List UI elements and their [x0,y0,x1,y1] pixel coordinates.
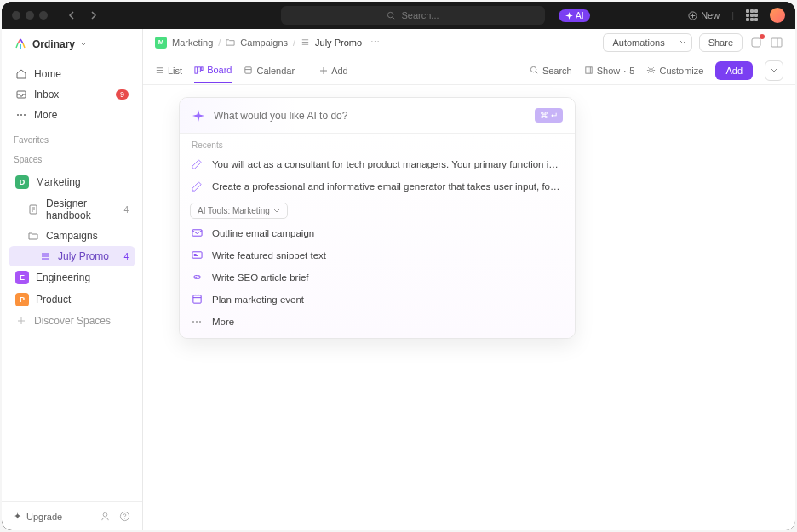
svg-rect-20 [193,295,201,303]
search-icon [387,11,396,20]
ai-tool-snippet[interactable]: Write featured snippet text [180,244,575,266]
plus-icon [319,66,328,75]
sidebar-label: Home [34,68,61,80]
space-engineering[interactable]: E Engineering [9,266,135,289]
folder-icon [226,37,235,47]
gear-icon [646,66,656,75]
upgrade-button[interactable]: Upgrade [26,512,62,522]
space-badge-icon: M [155,37,167,49]
more-icon [15,109,27,121]
sparkle-icon [565,12,573,20]
list-label: Designer handbook [46,197,117,221]
nav-forward[interactable] [85,8,100,23]
recent-prompt[interactable]: You will act as a consultant for tech pr… [180,153,575,175]
view-board[interactable]: Board [194,58,232,83]
show-columns[interactable]: Show · 5 [584,59,635,83]
add-view-label: Add [331,66,348,76]
magic-pen-icon [192,180,204,192]
space-marketing[interactable]: D Marketing [9,171,135,193]
breadcrumb-list[interactable]: July Promo [315,37,362,48]
ai-more[interactable]: ⋯ More [180,311,575,338]
discover-spaces[interactable]: Discover Spaces [9,311,135,331]
tool-label: Write SEO article brief [212,272,309,283]
space-badge: D [15,175,29,189]
home-icon [15,68,27,80]
sidebar: Ordinary Home Inbox 9 More [2,29,143,530]
automations-button[interactable]: Automations [603,33,673,52]
board-canvas: ⌘ ↵ Recents You will act as a consultant… [143,85,795,530]
spaces-header[interactable]: Spaces [2,148,142,168]
customize-view[interactable]: Customize [646,59,703,83]
svg-rect-16 [586,67,592,73]
user-avatar[interactable] [770,8,785,23]
board-view-icon [194,66,204,75]
sidebar-more[interactable]: More [9,105,135,125]
titlebar: Search... AI New | [2,2,795,29]
ai-tool-event[interactable]: Plan marketing event [180,289,575,311]
list-designer-handbook[interactable]: Designer handbook 4 [9,193,135,226]
breadcrumb-more-icon[interactable]: ⋯ [370,37,380,48]
automations-dropdown[interactable] [674,33,692,52]
show-label: Show [597,66,621,76]
upgrade-icon: ✦ [14,511,21,522]
collapse-icon[interactable] [770,36,783,49]
chevron-down-icon [771,67,777,74]
add-view[interactable]: Add [319,59,348,83]
svg-point-17 [650,69,653,72]
new-label: New [701,10,720,20]
tools-filter-label: AI Tools: Marketing [198,206,270,215]
svg-rect-14 [245,67,251,73]
ai-tool-outline-email[interactable]: Outline email campaign [180,222,575,244]
minimize-window[interactable] [26,11,34,20]
global-search[interactable]: Search... [281,6,545,25]
svg-rect-11 [195,66,198,72]
space-label: Engineering [36,272,90,283]
sidebar-inbox[interactable]: Inbox 9 [9,84,135,105]
tool-label: Plan marketing event [212,295,304,305]
recent-prompt[interactable]: Create a professional and informative em… [180,175,575,197]
search-icon [530,66,539,75]
view-calendar[interactable]: Calendar [244,59,295,83]
breadcrumb: M Marketing / Campaigns / July Promo ⋯ A… [143,29,795,56]
list-icon [39,250,51,262]
ai-prompt-input[interactable] [214,110,526,122]
add-task-button[interactable]: Add [715,61,753,80]
folder-campaigns[interactable]: Campaigns [9,226,135,246]
plus-circle-icon [688,11,697,20]
favorites-header[interactable]: Favorites [2,129,142,148]
list-july-promo[interactable]: July Promo 4 [9,246,135,266]
ai-badge[interactable]: AI [559,9,590,22]
space-badge: E [15,271,29,284]
list-icon [301,37,310,47]
keyboard-shortcut-badge: ⌘ ↵ [535,108,563,123]
search-label: Search [542,66,572,76]
view-list[interactable]: List [155,59,182,83]
search-tasks[interactable]: Search [530,59,572,83]
maximize-window[interactable] [39,11,48,20]
discover-label: Discover Spaces [34,315,111,327]
apps-icon[interactable] [746,9,758,21]
workspace-switcher[interactable]: Ordinary [2,29,142,60]
space-product[interactable]: P Product [9,289,135,311]
view-label: Board [207,65,232,75]
ai-command-panel: ⌘ ↵ Recents You will act as a consultant… [179,97,576,339]
help-icon[interactable] [119,511,130,522]
add-task-dropdown[interactable] [765,60,783,81]
new-button[interactable]: New [688,10,720,20]
sidebar-footer: ✦ Upgrade [2,501,142,530]
user-icon[interactable] [100,511,111,522]
nav-back[interactable] [65,8,80,23]
recent-text: You will act as a consultant for tech pr… [212,159,563,169]
svg-rect-10 [771,38,782,47]
svg-point-7 [103,512,107,517]
breadcrumb-folder[interactable]: Campaigns [240,37,288,48]
breadcrumb-space[interactable]: Marketing [172,37,213,48]
notification-dot [760,34,765,39]
share-button[interactable]: Share [699,33,743,52]
ai-tool-seo[interactable]: Write SEO article brief [180,266,575,289]
close-window[interactable] [12,11,20,20]
sidebar-home[interactable]: Home [9,64,135,84]
ai-tools-filter[interactable]: AI Tools: Marketing [190,203,288,219]
svg-rect-12 [198,66,201,72]
list-view-icon [155,66,164,75]
